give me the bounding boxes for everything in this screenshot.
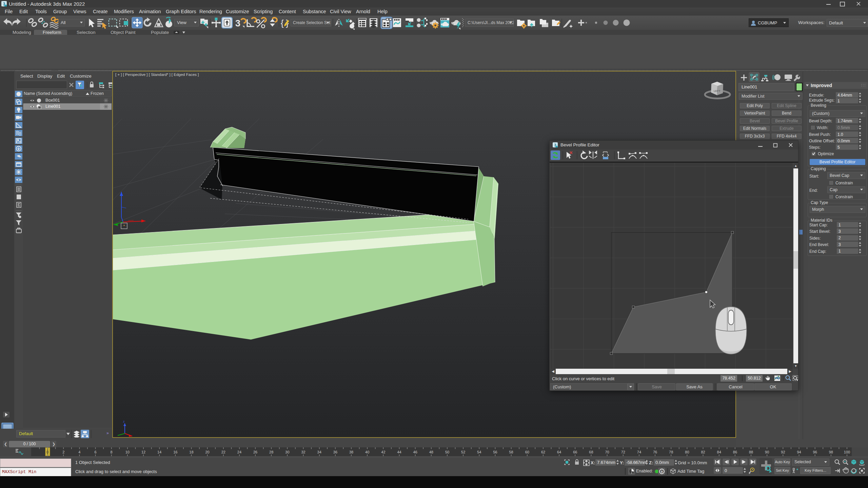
svg-text:80: 80 <box>685 450 689 454</box>
svg-text:98: 98 <box>829 450 833 454</box>
svg-text:LEFT: LEFT <box>714 89 721 93</box>
svg-text:3: 3 <box>235 18 240 28</box>
svg-text:0: 0 <box>46 450 48 454</box>
svg-text:44: 44 <box>397 450 401 454</box>
svg-text:24: 24 <box>237 450 241 454</box>
svg-text:28: 28 <box>269 450 273 454</box>
svg-text:z: z <box>123 420 125 423</box>
svg-text:34: 34 <box>317 450 321 454</box>
svg-text:58: 58 <box>509 450 513 454</box>
svg-text:0: 0 <box>661 469 663 473</box>
svg-text:12: 12 <box>141 450 145 454</box>
svg-text:86: 86 <box>733 450 737 454</box>
svg-text:94: 94 <box>797 450 801 454</box>
svg-text:18: 18 <box>189 450 193 454</box>
svg-text:6: 6 <box>94 450 96 454</box>
svg-text:32: 32 <box>301 450 305 454</box>
svg-text:16: 16 <box>173 450 177 454</box>
svg-text:72: 72 <box>621 450 625 454</box>
svg-text:38: 38 <box>349 450 353 454</box>
svg-text:42: 42 <box>381 450 385 454</box>
svg-text:26: 26 <box>253 450 257 454</box>
svg-text:40: 40 <box>365 450 369 454</box>
svg-text:66: 66 <box>573 450 577 454</box>
svg-text:76: 76 <box>653 450 657 454</box>
svg-text:54: 54 <box>477 450 481 454</box>
svg-text:100: 100 <box>844 450 850 454</box>
svg-text:48: 48 <box>429 450 433 454</box>
svg-text:60: 60 <box>525 450 529 454</box>
svg-text:96: 96 <box>813 450 817 454</box>
svg-text:36: 36 <box>333 450 337 454</box>
svg-text:8: 8 <box>111 450 113 454</box>
svg-text:14: 14 <box>157 450 161 454</box>
svg-text:50: 50 <box>445 450 449 454</box>
svg-text:56: 56 <box>493 450 497 454</box>
svg-text:46: 46 <box>413 450 417 454</box>
svg-text:4: 4 <box>78 450 80 454</box>
svg-text:20: 20 <box>205 450 209 454</box>
svg-text:{: { <box>281 18 284 28</box>
svg-text:70: 70 <box>605 450 609 454</box>
svg-text:74: 74 <box>637 450 641 454</box>
svg-text:90: 90 <box>765 450 769 454</box>
svg-text:10: 10 <box>125 450 130 454</box>
svg-text:64: 64 <box>557 450 561 454</box>
svg-text:22: 22 <box>221 450 225 454</box>
svg-text:78: 78 <box>669 450 673 454</box>
svg-text:84: 84 <box>717 450 721 454</box>
svg-text:2: 2 <box>62 450 64 454</box>
svg-text:30: 30 <box>285 450 289 454</box>
svg-text:52: 52 <box>461 450 465 454</box>
svg-text:88: 88 <box>749 450 753 454</box>
svg-text:92: 92 <box>781 450 785 454</box>
svg-text:82: 82 <box>701 450 705 454</box>
svg-text:68: 68 <box>589 450 593 454</box>
svg-text:62: 62 <box>541 450 545 454</box>
svg-text:*: * <box>123 224 125 228</box>
